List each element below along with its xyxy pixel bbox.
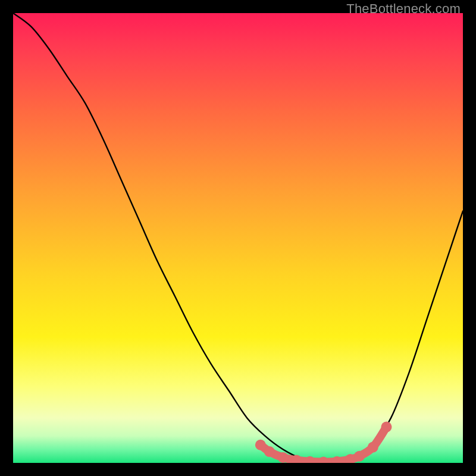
optimal-range-dot [354,451,365,462]
optimal-range-dot [318,456,329,463]
optimal-range-dot [255,440,266,450]
outer-frame: TheBottleneck.com [0,0,476,476]
chart-plot-area [13,13,463,463]
optimal-range-markers [255,422,392,463]
optimal-range-dot [264,446,275,457]
optimal-range-dot [368,442,378,453]
optimal-range-dot [278,452,289,463]
optimal-range-dot [381,422,392,433]
chart-svg [13,13,463,463]
bottleneck-curve-line [13,13,463,463]
